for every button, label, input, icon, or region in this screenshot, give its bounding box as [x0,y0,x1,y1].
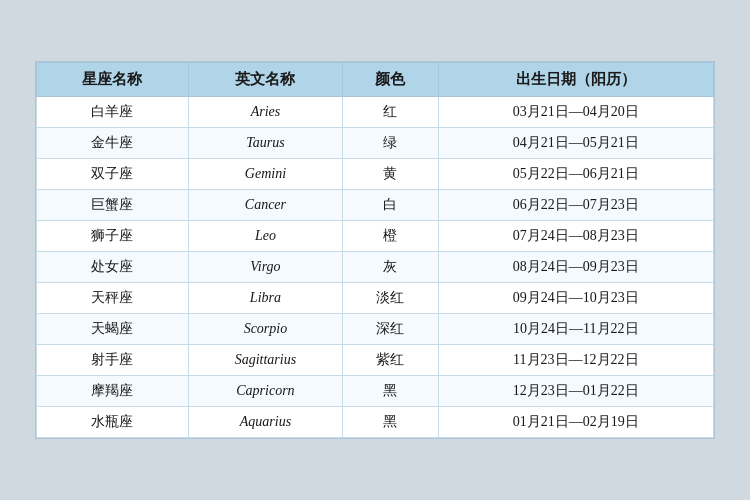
header-english-name: 英文名称 [188,63,342,97]
cell-r3-c0: 巨蟹座 [37,190,189,221]
cell-r2-c2: 黄 [343,159,439,190]
cell-r1-c1: Taurus [188,128,342,159]
cell-r1-c2: 绿 [343,128,439,159]
cell-r7-c2: 深红 [343,314,439,345]
cell-r6-c3: 09月24日—10月23日 [438,283,713,314]
zodiac-table-wrapper: 星座名称 英文名称 颜色 出生日期（阳历） 白羊座Aries红03月21日—04… [35,61,715,439]
header-birthdate: 出生日期（阳历） [438,63,713,97]
cell-r10-c2: 黑 [343,407,439,438]
cell-r8-c1: Sagittarius [188,345,342,376]
cell-r5-c1: Virgo [188,252,342,283]
cell-r6-c1: Libra [188,283,342,314]
cell-r4-c1: Leo [188,221,342,252]
zodiac-table: 星座名称 英文名称 颜色 出生日期（阳历） 白羊座Aries红03月21日—04… [36,62,714,438]
cell-r10-c3: 01月21日—02月19日 [438,407,713,438]
header-color: 颜色 [343,63,439,97]
cell-r7-c0: 天蝎座 [37,314,189,345]
cell-r7-c3: 10月24日—11月22日 [438,314,713,345]
cell-r8-c2: 紫红 [343,345,439,376]
cell-r5-c0: 处女座 [37,252,189,283]
cell-r3-c2: 白 [343,190,439,221]
table-row: 射手座Sagittarius紫红11月23日—12月22日 [37,345,714,376]
cell-r6-c0: 天秤座 [37,283,189,314]
cell-r9-c0: 摩羯座 [37,376,189,407]
cell-r10-c1: Aquarius [188,407,342,438]
cell-r8-c0: 射手座 [37,345,189,376]
header-chinese-name: 星座名称 [37,63,189,97]
cell-r6-c2: 淡红 [343,283,439,314]
cell-r5-c2: 灰 [343,252,439,283]
table-row: 金牛座Taurus绿04月21日—05月21日 [37,128,714,159]
table-row: 水瓶座Aquarius黑01月21日—02月19日 [37,407,714,438]
table-row: 处女座Virgo灰08月24日—09月23日 [37,252,714,283]
cell-r7-c1: Scorpio [188,314,342,345]
table-row: 巨蟹座Cancer白06月22日—07月23日 [37,190,714,221]
cell-r9-c1: Capricorn [188,376,342,407]
cell-r0-c1: Aries [188,97,342,128]
table-row: 摩羯座Capricorn黑12月23日—01月22日 [37,376,714,407]
cell-r4-c3: 07月24日—08月23日 [438,221,713,252]
cell-r3-c1: Cancer [188,190,342,221]
table-header-row: 星座名称 英文名称 颜色 出生日期（阳历） [37,63,714,97]
table-body: 白羊座Aries红03月21日—04月20日金牛座Taurus绿04月21日—0… [37,97,714,438]
table-row: 白羊座Aries红03月21日—04月20日 [37,97,714,128]
cell-r3-c3: 06月22日—07月23日 [438,190,713,221]
cell-r10-c0: 水瓶座 [37,407,189,438]
table-row: 狮子座Leo橙07月24日—08月23日 [37,221,714,252]
cell-r4-c2: 橙 [343,221,439,252]
cell-r2-c3: 05月22日—06月21日 [438,159,713,190]
cell-r8-c3: 11月23日—12月22日 [438,345,713,376]
cell-r9-c3: 12月23日—01月22日 [438,376,713,407]
table-row: 天蝎座Scorpio深红10月24日—11月22日 [37,314,714,345]
cell-r9-c2: 黑 [343,376,439,407]
cell-r0-c2: 红 [343,97,439,128]
cell-r1-c3: 04月21日—05月21日 [438,128,713,159]
cell-r2-c0: 双子座 [37,159,189,190]
cell-r0-c0: 白羊座 [37,97,189,128]
table-row: 双子座Gemini黄05月22日—06月21日 [37,159,714,190]
cell-r5-c3: 08月24日—09月23日 [438,252,713,283]
table-row: 天秤座Libra淡红09月24日—10月23日 [37,283,714,314]
cell-r4-c0: 狮子座 [37,221,189,252]
cell-r2-c1: Gemini [188,159,342,190]
cell-r1-c0: 金牛座 [37,128,189,159]
cell-r0-c3: 03月21日—04月20日 [438,97,713,128]
